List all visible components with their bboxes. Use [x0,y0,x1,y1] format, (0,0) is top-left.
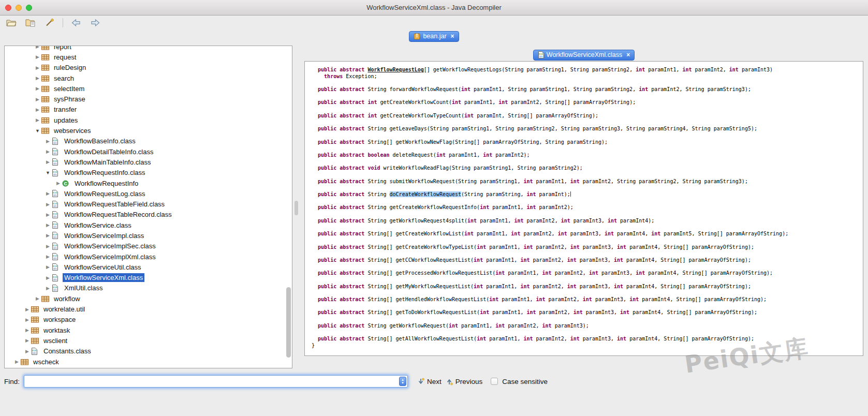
code-line: public abstract String[] getToDoWorkflow… [312,309,863,316]
tree-item-workflowservice-class[interactable]: ▶010101WorkflowService.class [5,220,292,230]
expand-arrow-icon[interactable]: ▶ [23,307,31,312]
close-jar-tab-icon[interactable]: × [451,33,454,39]
tree-item-xmlutil-class[interactable]: ▶010101XmlUtil.class [5,283,292,293]
find-input[interactable] [24,375,408,388]
open-file-button[interactable] [5,18,18,28]
tree-item-selectitem[interactable]: ▶selectItem [5,83,292,94]
tree-item-constants-class[interactable]: ▶010101Constants.class [5,346,292,356]
expand-arrow-icon[interactable]: ▶ [13,359,21,364]
svg-text:101: 101 [53,289,57,291]
tree-item-wscheck[interactable]: ▶wscheck [5,356,292,367]
svg-text:101: 101 [53,194,57,197]
collapse-arrow-icon[interactable]: ▼ [34,128,41,133]
tree-scrollbar[interactable] [286,287,291,358]
tree-item-webservices[interactable]: ▼webservices [5,125,292,136]
stepper-icon[interactable]: ▲▼ [399,377,406,386]
tree-item-workflowmaintableinfo-class[interactable]: ▶010101WorkflowMainTableInfo.class [5,157,292,167]
search-wand-button[interactable] [43,18,56,28]
expand-arrow-icon[interactable]: ▶ [34,97,41,102]
type-link[interactable]: WorkflowRequestLog [367,67,423,72]
close-window-button[interactable] [5,5,11,11]
tree-item-workflowserviceutil-class[interactable]: ▶010101WorkflowServiceUtil.class [5,262,292,272]
classfile-icon-wrap: 010101 [52,221,61,229]
expand-arrow-icon[interactable]: ▶ [54,181,62,186]
tree-item-workflowserviceimplxml-class[interactable]: ▶010101WorkflowServiceImplXml.class [5,251,292,262]
expand-arrow-icon[interactable]: ▶ [23,349,31,354]
tree-item-worktask[interactable]: ▶worktask [5,325,292,335]
split-divider[interactable] [293,46,303,368]
expand-arrow-icon[interactable]: ▶ [44,244,52,249]
svg-text:101: 101 [539,55,543,58]
tree-item-workflowrequestinfo[interactable]: ▶CWorkflowRequestInfo [5,178,292,188]
tree-item-workrelate-util[interactable]: ▶workrelate.util [5,304,292,314]
expand-arrow-icon[interactable]: ▶ [34,54,41,60]
tree-item-workflowserviceimplsec-class[interactable]: ▶010101WorkflowServiceImplSec.class [5,241,292,251]
expand-arrow-icon[interactable]: ▶ [34,107,41,112]
zoom-window-button[interactable] [26,5,32,11]
close-code-tab-icon[interactable]: × [626,52,630,58]
tree-item-workflowrequesttablefield-class[interactable]: ▶010101WorkflowRequestTableField.class [5,199,292,209]
tree-item-workflowrequestlog-class[interactable]: ▶010101WorkflowRequestLog.class [5,188,292,199]
tree-item-sysphrase[interactable]: ▶sysPhrase [5,94,292,104]
split-divider-handle[interactable] [295,201,298,215]
package-icon-wrap [31,306,40,313]
package-icon [41,106,49,113]
tree-item-workflowrequestinfo-class[interactable]: ▼010101WorkflowRequestInfo.class [5,168,292,178]
expand-arrow-icon[interactable]: ▶ [44,212,52,217]
tree-item-workflow[interactable]: ▶workflow [5,293,292,304]
tree-item-label: workspace [42,315,77,324]
class-file-icon: 010101 [52,243,58,250]
tab-bean-jar[interactable]: bean.jar × [409,31,459,42]
tree-item-workflowserviceimpl-class[interactable]: ▶010101WorkflowServiceImpl.class [5,230,292,241]
expand-arrow-icon[interactable]: ▶ [34,86,41,91]
minimize-window-button[interactable] [16,5,22,11]
expand-arrow-icon[interactable]: ▶ [34,117,41,123]
expand-arrow-icon[interactable]: ▶ [44,286,52,291]
expand-arrow-icon[interactable]: ▶ [44,275,52,280]
navigate-forward-icon [90,19,100,27]
tree-item-request[interactable]: ▶request [5,52,292,62]
expand-arrow-icon[interactable]: ▶ [23,317,31,322]
expand-arrow-icon[interactable]: ▶ [44,159,52,165]
expand-arrow-icon[interactable]: ▶ [44,202,52,207]
find-previous-button[interactable]: Previous [446,378,483,385]
expand-arrow-icon[interactable]: ▶ [44,233,52,238]
tree-item-report[interactable]: ▶report [5,46,292,52]
find-next-button[interactable]: Next [417,378,442,385]
collapse-arrow-icon[interactable]: ▼ [44,170,52,175]
classfile-icon-wrap: 010101 [52,253,61,260]
expand-arrow-icon[interactable]: ▶ [34,76,41,81]
package-icon-wrap [41,127,50,134]
expand-arrow-icon[interactable]: ▶ [34,65,41,70]
tree-item-ruledesign[interactable]: ▶ruleDesign [5,63,292,73]
navigate-forward-button[interactable] [89,18,101,28]
tab-workflowservicexml-class[interactable]: 010101 WorkflowServiceXml.class × [533,50,635,61]
tree-item-search[interactable]: ▶search [5,73,292,83]
tree-item-workflowbaseinfo-class[interactable]: ▶010101WorkflowBaseInfo.class [5,136,292,146]
source-view[interactable]: public abstract WorkflowRequestLog[] get… [304,61,863,356]
navigate-back-button[interactable] [70,18,82,28]
expand-arrow-icon[interactable]: ▶ [44,254,52,259]
tree-item-workspace[interactable]: ▶workspace [5,315,292,325]
open-folder-button[interactable] [24,18,37,28]
expand-arrow-icon[interactable]: ▶ [23,328,31,333]
expand-arrow-icon[interactable]: ▶ [44,191,52,196]
expand-arrow-icon[interactable]: ▶ [44,222,52,228]
tree-item-label: ruleDesign [52,63,87,72]
tree-item-transfer[interactable]: ▶transfer [5,105,292,115]
tree-item-workflowdetailtableinfo-class[interactable]: ▶010101WorkflowDetailTableInfo.class [5,146,292,157]
expand-arrow-icon[interactable]: ▶ [34,296,41,301]
expand-arrow-icon[interactable]: ▶ [23,338,31,343]
expand-arrow-icon[interactable]: ▶ [34,46,41,49]
expand-arrow-icon[interactable]: ▶ [44,139,52,144]
tree-item-wsclient[interactable]: ▶wsclient [5,335,292,346]
tree-item-label: transfer [52,105,78,114]
tree-item-workflowservicexml-class[interactable]: ▶010101WorkflowServiceXml.class [5,273,292,283]
case-sensitive-checkbox[interactable] [491,378,498,385]
code-line [312,185,863,191]
package-tree-panel[interactable]: ▶report▶request▶ruleDesign▶search▶select… [4,46,292,368]
expand-arrow-icon[interactable]: ▶ [44,264,52,270]
tree-item-workflowrequesttablerecord-class[interactable]: ▶010101WorkflowRequestTableRecord.class [5,210,292,220]
tree-item-updates[interactable]: ▶updates [5,115,292,125]
expand-arrow-icon[interactable]: ▶ [44,149,52,154]
